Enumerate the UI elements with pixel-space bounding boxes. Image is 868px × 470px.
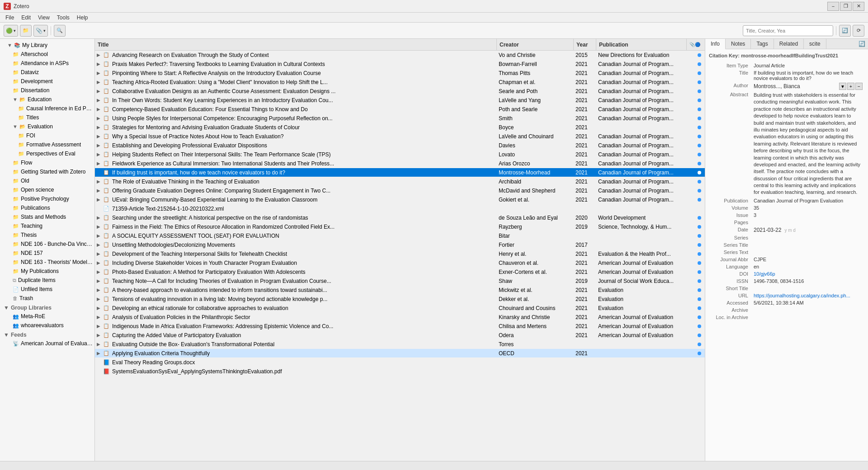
pages-value[interactable] <box>752 219 864 226</box>
short-title-value[interactable] <box>752 285 864 292</box>
expand-button[interactable]: ▶ <box>95 233 102 238</box>
url-value[interactable]: https://journalhosting.ucalgary.ca/index… <box>752 292 864 299</box>
menu-edit[interactable]: Edit <box>18 14 34 22</box>
series-value[interactable] <box>752 234 864 241</box>
table-row[interactable]: ▶ 📋 Helping Students Reflect on Their In… <box>95 150 705 159</box>
expand-button[interactable]: ▶ <box>95 197 102 202</box>
attachment-dropdown[interactable]: ▾ <box>43 28 46 33</box>
sidebar-item-stats[interactable]: 📁 Stats and Methods <box>0 212 94 221</box>
expand-button[interactable]: ▶ <box>95 224 102 229</box>
table-row[interactable]: ▶ 📋 Capturing the Added Value of Partici… <box>95 331 705 340</box>
expand-button[interactable]: ▶ <box>95 134 102 139</box>
sidebar-item-education[interactable]: ▼ 📂 Education <box>0 95 94 104</box>
table-row[interactable]: ▶ 📋 Evaluating Outside the Box- Evaluati… <box>95 340 705 349</box>
expand-button[interactable]: ▶ <box>95 269 102 274</box>
menu-help[interactable]: Help <box>73 14 92 22</box>
sidebar-item-causal-inference[interactable]: 📁 Causal Inference in Ed Polic... <box>0 104 94 113</box>
group-libraries-section[interactable]: ▼ Group Libraries <box>0 303 94 312</box>
table-row[interactable]: ▶ 📋 The Role of Evaluative Thinking in t… <box>95 177 705 186</box>
tab-scite[interactable]: scite <box>804 39 826 49</box>
header-creator[interactable]: Creator <box>497 39 574 50</box>
expand-button[interactable]: ▶ <box>95 242 102 247</box>
expand-button[interactable]: ▶ <box>95 143 102 148</box>
table-row[interactable]: ▶ 📋 Tensions of evaluating innovation in… <box>95 295 705 304</box>
sidebar-item-perspectives[interactable]: 📁 Perspectives of Eval <box>0 149 94 158</box>
expand-button[interactable]: ▶ <box>95 152 102 157</box>
expand-button[interactable]: ▶ <box>95 296 102 301</box>
sidebar-item-aje-feed[interactable]: 📡 American Journal of Evaluation <box>0 339 94 348</box>
tab-related[interactable]: Related <box>774 39 804 49</box>
tab-info[interactable]: Info <box>705 39 726 49</box>
table-row[interactable]: ▶ 📋 Using People Styles for Interpersona… <box>95 114 705 123</box>
table-row[interactable]: ▶ 📋 Offering Graduate Evaluation Degrees… <box>95 186 705 195</box>
menu-tools[interactable]: Tools <box>53 14 73 22</box>
table-row[interactable]: ▶ 📋 Why a Special Issue of Practice Note… <box>95 132 705 141</box>
expand-button[interactable]: ▶ <box>95 80 102 85</box>
table-row[interactable]: ▶ 📋 Teaching Note—A Call for Including T… <box>95 277 705 286</box>
expand-button[interactable]: ▶ <box>95 52 102 57</box>
expand-button[interactable]: ▶ <box>95 70 102 75</box>
table-row[interactable]: ▶ 📋 Developing an ethical rationale for … <box>95 304 705 313</box>
issn-value[interactable]: 1496-7308, 0834-1516 <box>752 277 864 285</box>
table-row[interactable]: ▶ 📋 Fieldwork Experience as Cultural Imm… <box>95 159 705 168</box>
table-row[interactable]: ▶ 📋 Fairness in the Field: The Ethics of… <box>95 222 705 231</box>
expand-button[interactable]: ▶ <box>95 179 102 184</box>
series-title-value[interactable] <box>752 241 864 249</box>
expand-button[interactable]: ▶ <box>95 61 102 66</box>
expand-button[interactable]: ▶ <box>95 98 102 103</box>
issue-value[interactable]: 3 <box>752 212 864 219</box>
table-row[interactable]: ▶ 📋 Applying Evaluation Criteria Thought… <box>95 349 705 358</box>
table-row[interactable]: ▶ 📋 In Their Own Words: Student Key Lear… <box>95 96 705 105</box>
header-publication[interactable]: Publication <box>596 39 687 50</box>
journal-abbr-value[interactable]: CJPE <box>752 256 864 263</box>
sidebar-item-titles[interactable]: 📁 Titles <box>0 113 94 122</box>
table-row[interactable]: ▶ 📋 Photo-Based Evaluation: A Method for… <box>95 268 705 277</box>
expand-button[interactable]: ▶ <box>95 125 102 130</box>
sync-status[interactable]: ⟳ <box>853 25 864 37</box>
sidebar-item-duplicate-items[interactable]: ⧉ Duplicate Items <box>0 276 94 285</box>
item-type-value[interactable]: Journal Article <box>752 62 864 69</box>
expand-button[interactable]: ▶ <box>95 260 102 265</box>
new-item-dropdown[interactable]: ▾ <box>14 28 16 33</box>
author-value[interactable]: Montross..., Bianca ▼ + − <box>752 82 864 91</box>
new-collection-button[interactable]: 📁 <box>20 25 32 37</box>
sidebar-item-open-science[interactable]: 📁 Open science <box>0 185 94 194</box>
expand-button[interactable]: ▶ <box>95 161 102 166</box>
sidebar-item-positive-psych[interactable]: 📁 Positive Psychology <box>0 194 94 203</box>
maximize-button[interactable]: ❐ <box>840 2 852 11</box>
sidebar-item-dataviz[interactable]: 📁 Dataviz <box>0 68 94 77</box>
table-row[interactable]: ▶ 📋 Analysis of Evaluation Policies in t… <box>95 313 705 322</box>
expand-button[interactable]: ▶ <box>95 351 102 356</box>
author-add-button[interactable]: + <box>847 83 854 90</box>
menu-view[interactable]: View <box>34 14 53 22</box>
expand-button[interactable]: ▶ <box>95 333 102 338</box>
date-value[interactable]: 2021-03-22 y m d <box>752 226 864 234</box>
table-row[interactable]: 📄 71359-Article Text-215264-1-10-2021032… <box>95 204 705 213</box>
expand-button[interactable]: ▶ <box>95 251 102 256</box>
author-expand-button[interactable]: ▼ <box>839 83 846 90</box>
doi-value[interactable]: 10/gjv66p <box>752 270 864 277</box>
table-row[interactable]: ▶ 📋 A theory-based approach to evaluatio… <box>95 286 705 295</box>
table-row[interactable]: ▶ 📋 Advancing Research on Evaluation Thr… <box>95 51 705 60</box>
table-row[interactable]: ▶ 📋 Pinpointing Where to Start: A Reflec… <box>95 69 705 78</box>
series-text-value[interactable] <box>752 249 864 256</box>
table-row[interactable]: ▶ 📋 Unsettling Methodologies/Decolonizin… <box>95 240 705 249</box>
tab-notes[interactable]: Notes <box>726 39 751 49</box>
expand-button[interactable]: ▶ <box>95 107 102 112</box>
sidebar-item-publications[interactable]: 📁 Publications <box>0 203 94 212</box>
expand-button[interactable]: ▶ <box>95 287 102 292</box>
sidebar-item-afterschool[interactable]: 📁 Afterschool <box>0 50 94 59</box>
table-row[interactable]: 📘 Eval Theory Reading Groups.docx <box>95 358 705 367</box>
table-row[interactable]: ▶ 📋 Indigenous Made in Africa Evaluation… <box>95 322 705 331</box>
sidebar-item-getting-started[interactable]: 📁 Getting Started with Zotero <box>0 167 94 176</box>
publication-value[interactable]: Canadian Journal of Program Evaluation <box>752 197 864 204</box>
expand-button[interactable]: ▶ <box>95 89 102 94</box>
sidebar-item-thesis[interactable]: 📁 Thesis <box>0 230 94 240</box>
accessed-value[interactable]: 5/6/2021, 10:38:14 AM <box>752 299 864 306</box>
table-row[interactable]: ▶ 📋 Establishing and Developing Professi… <box>95 141 705 150</box>
expand-button[interactable]: ▶ <box>95 188 102 193</box>
sidebar-item-foi[interactable]: 📁 FOI <box>0 131 94 140</box>
table-row[interactable]: ▶ 📋 Including Diverse Stakeholder Voices… <box>95 258 705 268</box>
table-row[interactable]: ▶ 📋 Collaborative Evaluation Designs as … <box>95 87 705 96</box>
language-value[interactable]: en <box>752 263 864 270</box>
